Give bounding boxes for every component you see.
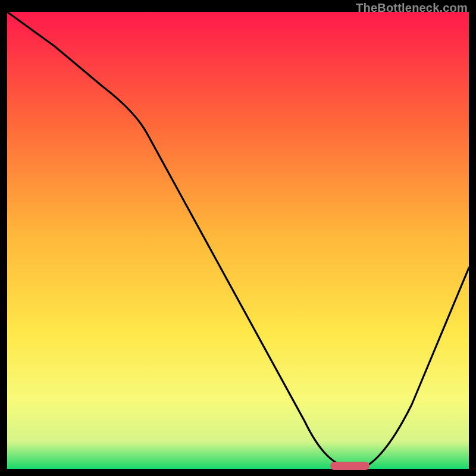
gradient-background [7, 12, 469, 469]
optimal-range-marker [330, 462, 369, 470]
watermark-text: TheBottleneck.com [356, 1, 468, 15]
plot-frame [7, 12, 469, 469]
plot-svg [7, 12, 469, 469]
